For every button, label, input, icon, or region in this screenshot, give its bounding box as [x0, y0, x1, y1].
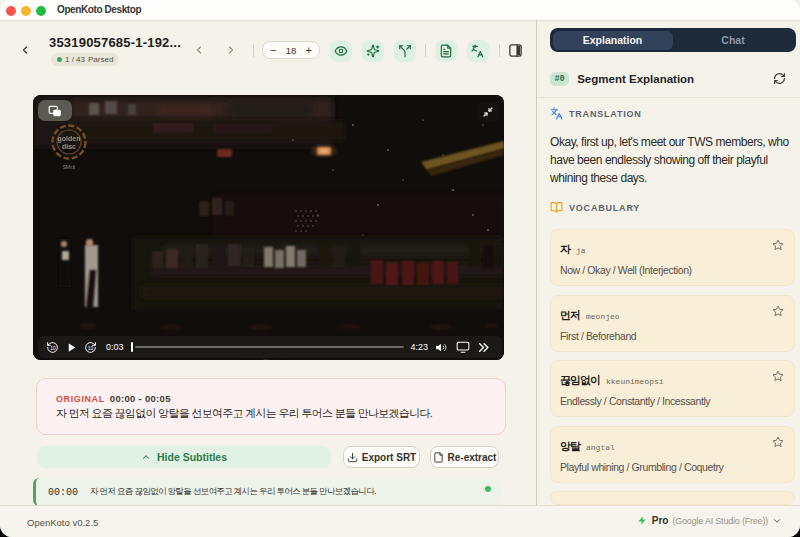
svg-text:disc: disc [62, 143, 76, 150]
svg-text:golden: golden [58, 135, 81, 143]
svg-text:10: 10 [88, 345, 94, 350]
svg-text:10: 10 [50, 345, 56, 350]
svg-text:SMslt: SMslt [63, 164, 76, 170]
